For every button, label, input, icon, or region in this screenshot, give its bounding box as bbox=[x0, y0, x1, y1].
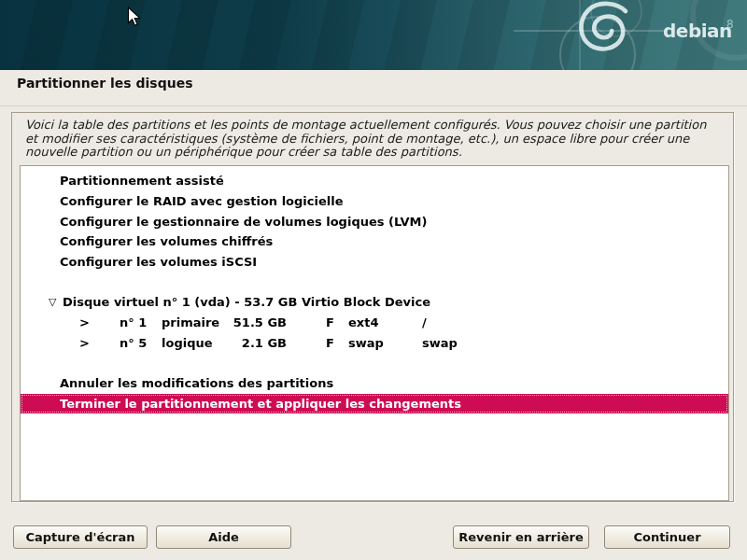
expander-open-icon[interactable]: ▽ bbox=[49, 296, 63, 308]
partition-type: logique bbox=[162, 336, 231, 350]
expander-closed-icon[interactable]: > bbox=[79, 315, 120, 329]
title-divider bbox=[0, 105, 747, 106]
partition-size: 51.5 GB bbox=[231, 315, 287, 329]
debian-logo-text: debian bbox=[663, 20, 732, 42]
partition-mountpoint: / bbox=[422, 315, 427, 329]
partition-number: n° 5 bbox=[120, 336, 162, 350]
main-frame: Voici la table des partitions et les poi… bbox=[11, 112, 734, 502]
partition-type: primaire bbox=[162, 315, 231, 329]
partition-number: n° 1 bbox=[120, 315, 162, 329]
item-partition-1[interactable]: > n° 1 primaire 51.5 GB F ext4 / bbox=[21, 313, 728, 333]
debian-version: 8 bbox=[726, 18, 734, 31]
item-finish-partitioning[interactable]: Terminer le partitionnement et appliquer… bbox=[21, 394, 728, 414]
item-label: Partitionnement assisté bbox=[60, 174, 224, 188]
continue-button[interactable]: Continuer bbox=[604, 525, 730, 549]
item-label: Configurer le gestionnaire de volumes lo… bbox=[60, 215, 427, 229]
item-guided-partitioning[interactable]: Partitionnement assisté bbox=[21, 171, 728, 191]
partition-list: Partitionnement assisté Configurer le RA… bbox=[20, 165, 729, 501]
partition-format-flag: F bbox=[326, 315, 348, 329]
partition-size: 2.1 GB bbox=[231, 336, 287, 350]
partition-filesystem: ext4 bbox=[348, 315, 422, 329]
spacer-row bbox=[21, 272, 728, 292]
instructions-text: Voici la table des partitions et les poi… bbox=[25, 119, 722, 160]
item-label: Configurer le RAID avec gestion logiciel… bbox=[60, 194, 344, 208]
item-partition-5[interactable]: > n° 5 logique 2.1 GB F swap swap bbox=[21, 333, 728, 354]
mouse-cursor-icon bbox=[127, 7, 141, 27]
spacer-row bbox=[21, 353, 728, 373]
item-label: Annuler les modifications des partitions bbox=[60, 376, 333, 390]
help-button[interactable]: Aide bbox=[156, 525, 291, 549]
partition-filesystem: swap bbox=[348, 336, 422, 350]
partition-mountpoint: swap bbox=[422, 336, 458, 350]
disk-label: Disque virtuel n° 1 (vda) - 53.7 GB Virt… bbox=[63, 295, 430, 309]
item-disk-vda[interactable]: ▽ Disque virtuel n° 1 (vda) - 53.7 GB Vi… bbox=[21, 292, 728, 313]
item-configure-iscsi[interactable]: Configurer les volumes iSCSI bbox=[21, 252, 728, 273]
partition-format-flag: F bbox=[326, 336, 348, 350]
item-label: Configurer les volumes chiffrés bbox=[60, 234, 273, 248]
screenshot-button[interactable]: Capture d'écran bbox=[13, 525, 148, 549]
item-configure-encrypted[interactable]: Configurer les volumes chiffrés bbox=[21, 231, 728, 252]
page-title: Partitionner les disques bbox=[17, 76, 193, 91]
banner: debian 8 bbox=[0, 0, 747, 70]
back-button[interactable]: Revenir en arrière bbox=[453, 525, 589, 549]
expander-closed-icon[interactable]: > bbox=[79, 336, 120, 350]
item-configure-raid[interactable]: Configurer le RAID avec gestion logiciel… bbox=[21, 191, 728, 212]
item-undo-changes[interactable]: Annuler les modifications des partitions bbox=[21, 373, 728, 394]
item-label: Configurer les volumes iSCSI bbox=[60, 255, 257, 269]
item-configure-lvm[interactable]: Configurer le gestionnaire de volumes lo… bbox=[21, 211, 728, 231]
item-label: Terminer le partitionnement et appliquer… bbox=[60, 397, 461, 411]
